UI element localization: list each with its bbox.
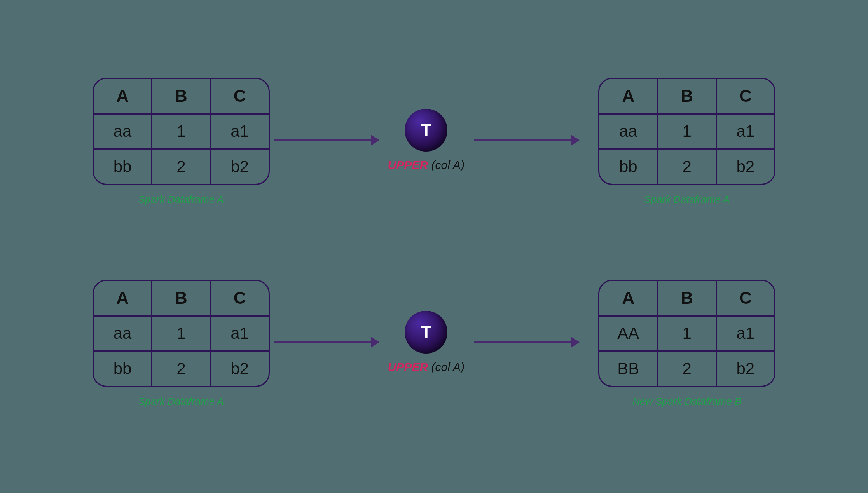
table-row: BB 2 b2	[599, 351, 774, 386]
table-row: aa 1 a1	[94, 114, 269, 149]
table-wrap: A B C aa 1 a1 bb 2 b2	[598, 78, 775, 185]
table-wrap: A B C AA 1 a1 BB 2 b2	[598, 280, 775, 387]
transform-node-1: T UPPER (col A)	[388, 109, 465, 172]
cell: b2	[716, 149, 774, 184]
cell: bb	[599, 149, 658, 184]
transform-node-2: T UPPER (col A)	[388, 311, 465, 374]
cell: a1	[716, 316, 774, 351]
col-header: C	[716, 79, 774, 114]
table-caption: New Spark Dataframe B	[632, 395, 741, 408]
transform-label: UPPER (col A)	[388, 361, 465, 374]
col-header: B	[152, 281, 210, 316]
cell: b2	[716, 351, 774, 386]
transform-badge: T	[405, 311, 447, 354]
arrow-icon	[274, 139, 379, 141]
diagram-row-1: A B C aa 1 a1 bb 2 b2 Spark Dataframe A	[0, 78, 868, 206]
table-caption: Spark Dataframe A	[138, 193, 224, 206]
col-header: B	[152, 79, 210, 114]
left-dataframe-1: A B C aa 1 a1 bb 2 b2 Spark Dataframe A	[93, 78, 270, 206]
cell: 1	[658, 114, 716, 149]
cell: a1	[716, 114, 774, 149]
table-row: AA 1 a1	[599, 316, 774, 351]
dataframe-table: A B C aa 1 a1 bb 2 b2	[599, 79, 774, 184]
table-row: aa 1 a1	[94, 316, 269, 351]
col-header: C	[210, 79, 269, 114]
cell: aa	[94, 316, 152, 351]
arrow-icon	[474, 341, 579, 343]
cell: bb	[94, 149, 152, 184]
col-header: C	[716, 281, 774, 316]
transform-label-rest: (col A)	[428, 159, 465, 171]
col-header: A	[599, 281, 658, 316]
arrow-icon	[274, 341, 379, 343]
cell: bb	[94, 351, 152, 386]
table-row: aa 1 a1	[599, 114, 774, 149]
cell: a1	[210, 316, 269, 351]
cell: b2	[210, 351, 269, 386]
table-header-row: A B C	[599, 79, 774, 114]
dataframe-table: A B C AA 1 a1 BB 2 b2	[599, 281, 774, 386]
dataframe-table: A B C aa 1 a1 bb 2 b2	[94, 79, 269, 184]
transform-label-rest: (col A)	[428, 361, 465, 373]
cell: 1	[152, 114, 210, 149]
cell: 1	[658, 316, 716, 351]
diagram-row-2: A B C aa 1 a1 bb 2 b2 Spark Dataframe A	[0, 280, 868, 408]
transform-badge: T	[405, 109, 447, 152]
cell: a1	[210, 114, 269, 149]
flow-2: T UPPER (col A)	[270, 311, 583, 374]
cell: b2	[210, 149, 269, 184]
cell: aa	[94, 114, 152, 149]
cell: 2	[658, 351, 716, 386]
table-wrap: A B C aa 1 a1 bb 2 b2	[93, 78, 270, 185]
cell-highlighted: BB	[599, 351, 658, 386]
transform-label-hot: UPPER	[388, 159, 428, 171]
transform-label-hot: UPPER	[388, 361, 428, 373]
table-wrap: A B C aa 1 a1 bb 2 b2	[93, 280, 270, 387]
dataframe-table: A B C aa 1 a1 bb 2 b2	[94, 281, 269, 386]
transform-label: UPPER (col A)	[388, 159, 465, 172]
table-caption: Spark Dataframe A	[138, 395, 224, 408]
left-dataframe-2: A B C aa 1 a1 bb 2 b2 Spark Dataframe A	[93, 280, 270, 408]
col-header: A	[94, 281, 152, 316]
cell-highlighted: AA	[599, 316, 658, 351]
cell: 2	[658, 149, 716, 184]
table-row: bb 2 b2	[94, 351, 269, 386]
cell: aa	[599, 114, 658, 149]
table-caption: Spark Dataframe A	[644, 193, 730, 206]
table-header-row: A B C	[94, 79, 269, 114]
col-header: A	[599, 79, 658, 114]
table-row: bb 2 b2	[94, 149, 269, 184]
col-header: C	[210, 281, 269, 316]
right-dataframe-2: A B C AA 1 a1 BB 2 b2 New Spark Datafram…	[598, 280, 775, 408]
cell: 2	[152, 351, 210, 386]
table-row: bb 2 b2	[599, 149, 774, 184]
arrow-icon	[474, 139, 579, 141]
col-header: B	[658, 79, 716, 114]
cell: 1	[152, 316, 210, 351]
table-header-row: A B C	[94, 281, 269, 316]
right-dataframe-1: A B C aa 1 a1 bb 2 b2 Spark Dataframe A	[598, 78, 775, 206]
flow-1: T UPPER (col A)	[270, 109, 583, 172]
col-header: B	[658, 281, 716, 316]
cell: 2	[152, 149, 210, 184]
table-header-row: A B C	[599, 281, 774, 316]
col-header: A	[94, 79, 152, 114]
